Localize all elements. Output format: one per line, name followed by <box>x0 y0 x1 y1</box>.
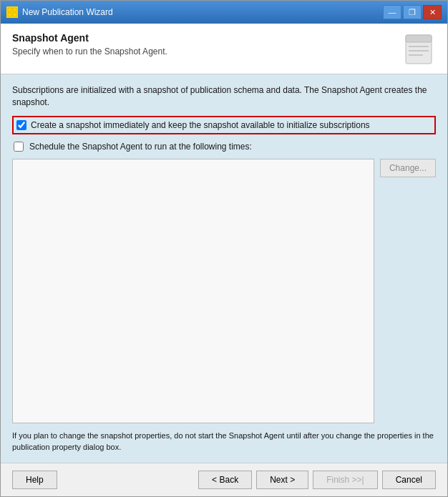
create-snapshot-checkbox[interactable] <box>16 120 26 130</box>
header-section: Snapshot Agent Specify when to run the S… <box>1 24 447 74</box>
restore-button[interactable]: ❐ <box>403 5 422 19</box>
title-bar-left: New Publication Wizard <box>6 6 113 18</box>
minimize-button[interactable]: — <box>383 5 401 19</box>
title-bar: New Publication Wizard — ❐ ✕ <box>1 1 447 24</box>
header-text: Snapshot Agent Specify when to run the S… <box>12 32 401 56</box>
schedule-section: Change... <box>12 159 436 424</box>
window-title: New Publication Wizard <box>22 7 113 17</box>
create-snapshot-checkbox-row[interactable]: Create a snapshot immediately and keep t… <box>12 116 436 134</box>
finish-button: Finish >>| <box>313 471 377 489</box>
footer-right: < Back Next > Finish >>| Cancel <box>198 471 436 489</box>
schedule-agent-label: Schedule the Snapshot Agent to run at th… <box>29 142 252 152</box>
schedule-list <box>12 159 374 424</box>
svg-rect-3 <box>13 13 16 16</box>
header-icon <box>401 32 436 67</box>
svg-rect-0 <box>8 8 11 11</box>
svg-rect-2 <box>8 13 11 16</box>
page-title: Snapshot Agent <box>12 32 401 44</box>
content-area: Subscriptions are initialized with a sna… <box>1 74 447 463</box>
bottom-note: If you plan to change the snapshot prope… <box>12 430 436 453</box>
main-window: New Publication Wizard — ❐ ✕ Snapshot Ag… <box>0 0 448 497</box>
back-button[interactable]: < Back <box>198 471 252 489</box>
cancel-button[interactable]: Cancel <box>382 471 436 489</box>
svg-rect-1 <box>13 8 16 11</box>
next-button[interactable]: Next > <box>256 471 308 489</box>
footer: Help < Back Next > Finish >>| Cancel <box>1 463 447 496</box>
help-button[interactable]: Help <box>12 471 57 489</box>
title-bar-controls: — ❐ ✕ <box>383 5 442 19</box>
page-subtitle: Specify when to run the Snapshot Agent. <box>12 46 401 56</box>
schedule-agent-checkbox-row[interactable]: Schedule the Snapshot Agent to run at th… <box>14 142 436 152</box>
change-button: Change... <box>380 159 436 177</box>
app-icon <box>6 6 18 18</box>
svg-rect-5 <box>406 35 432 42</box>
close-button[interactable]: ✕ <box>423 5 442 19</box>
info-text: Subscriptions are initialized with a sna… <box>12 84 436 109</box>
create-snapshot-label: Create a snapshot immediately and keep t… <box>31 120 370 130</box>
schedule-agent-checkbox[interactable] <box>14 142 24 152</box>
